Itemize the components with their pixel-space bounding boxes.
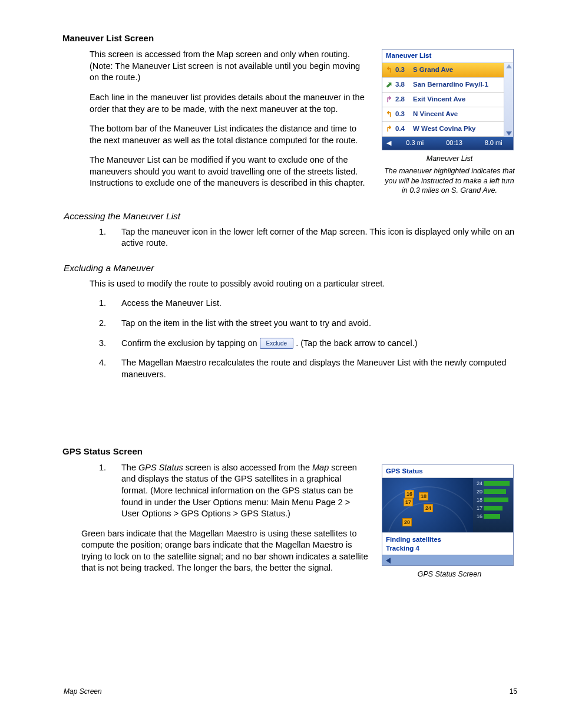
satellite-id: 20 xyxy=(474,488,484,495)
footer-page-number: 15 xyxy=(510,687,517,696)
satellite-marker: 18 xyxy=(419,492,428,500)
step-number: 3. xyxy=(99,338,121,350)
time-to-next: 00:13 xyxy=(435,139,474,147)
maneuver-bottom-bar: ◀ 0.3 mi 00:13 8.0 mi xyxy=(382,137,513,150)
maneuver-street: S Grand Ave xyxy=(413,65,504,75)
paragraph: The bottom bar of the Maneuver List indi… xyxy=(90,123,365,146)
signal-bar-row: 16 xyxy=(474,513,512,520)
paragraph: This screen is accessed from the Map scr… xyxy=(90,49,365,84)
maneuver-distance: 2.8 xyxy=(395,95,413,104)
step-number: 1. xyxy=(99,226,121,249)
turn-icon: ↱ xyxy=(382,94,395,105)
heading-maneuver-list-screen: Maneuver List Screen xyxy=(62,32,517,44)
maneuver-street: W West Covina Pky xyxy=(413,124,504,134)
maneuver-distance: 0.4 xyxy=(395,124,413,134)
gps-bottom-bar xyxy=(382,555,513,565)
satellite-id: 17 xyxy=(474,505,484,512)
heading-accessing-maneuver-list: Accessing the Maneuver List xyxy=(64,210,517,223)
back-icon[interactable] xyxy=(386,558,391,564)
signal-bar-row: 20 xyxy=(474,488,512,495)
step-text: Tap the maneuver icon in the lower left … xyxy=(121,226,517,249)
turn-icon: ↱ xyxy=(382,124,395,134)
back-icon[interactable]: ◀ xyxy=(382,139,395,147)
step-number: 2. xyxy=(99,318,121,330)
heading-excluding-maneuver: Excluding a Maneuver xyxy=(64,262,517,275)
maneuver-row[interactable]: ↱2.8Exit Vincent Ave xyxy=(382,93,504,107)
step-number: 4. xyxy=(99,357,121,380)
signal-bar xyxy=(484,489,506,494)
step-text: Access the Maneuver List. xyxy=(121,298,517,309)
step-text: Confirm the exclusion by tapping on Excl… xyxy=(121,338,517,350)
turn-icon: ↰ xyxy=(382,109,395,120)
maneuver-row[interactable]: ⬈3.8San Bernardino Fwy/I-1 xyxy=(382,78,504,93)
figure-caption: Maneuver List xyxy=(382,154,517,164)
satellite-marker: 16 xyxy=(405,490,414,498)
scrollbar[interactable] xyxy=(504,63,513,137)
total-distance: 8.0 mi xyxy=(474,139,513,147)
turn-icon: ⬈ xyxy=(382,80,395,90)
maneuver-row[interactable]: ↰0.3S Grand Ave xyxy=(382,63,504,78)
gps-status-figure: GPS Status 1617182420 2420181716 Finding… xyxy=(382,465,514,566)
maneuver-row[interactable]: ↱0.4W West Covina Pky xyxy=(382,122,504,137)
page-footer: Map Screen 15 xyxy=(64,687,517,696)
signal-bar xyxy=(484,514,500,519)
gps-signal-bars: 2420181716 xyxy=(473,478,513,532)
maneuver-list-title: Maneuver List xyxy=(382,50,513,63)
signal-bar-row: 17 xyxy=(474,505,512,512)
turn-icon: ↰ xyxy=(382,65,395,75)
signal-bar-row: 18 xyxy=(474,496,512,503)
scroll-up-icon[interactable] xyxy=(506,64,512,68)
next-distance: 0.3 mi xyxy=(395,139,435,147)
gps-globe: 1617182420 xyxy=(382,478,473,532)
step-text: Tap on the item in the list with the str… xyxy=(121,318,517,330)
signal-bar xyxy=(484,481,510,486)
satellite-id: 18 xyxy=(474,496,484,503)
step-text: The Magellan Maestro recalculates the ro… xyxy=(121,357,517,380)
satellite-marker: 20 xyxy=(402,518,412,526)
paragraph: The Maneuver List can be modified if you… xyxy=(90,154,365,189)
paragraph: This is used to modify the route to poss… xyxy=(90,278,517,290)
figure-note: The maneuver highlighted indicates that … xyxy=(382,166,517,196)
maneuver-street: San Bernardino Fwy/I-1 xyxy=(413,80,504,90)
maneuver-row[interactable]: ↰0.3N Vincent Ave xyxy=(382,107,504,122)
satellite-id: 16 xyxy=(474,513,484,520)
maneuver-distance: 0.3 xyxy=(395,65,413,75)
paragraph: Each line in the maneuver list provides … xyxy=(90,92,365,115)
scroll-down-icon[interactable] xyxy=(506,131,512,136)
satellite-id: 24 xyxy=(474,480,484,487)
step-number: 1. xyxy=(99,298,121,309)
footer-section-name: Map Screen xyxy=(64,687,102,696)
paragraph: Green bars indicate that the Magellan Ma… xyxy=(81,528,370,574)
gps-status-title: GPS Status xyxy=(382,465,513,479)
step-text: The GPS Status screen is also accessed f… xyxy=(121,462,370,520)
satellite-marker: 17 xyxy=(404,498,413,506)
signal-bar xyxy=(484,498,508,502)
satellite-marker: 24 xyxy=(424,504,433,512)
maneuver-distance: 0.3 xyxy=(395,110,413,119)
step-number: 1. xyxy=(99,462,121,520)
signal-bar xyxy=(484,506,503,510)
signal-bar-row: 24 xyxy=(474,480,512,487)
maneuver-street: Exit Vincent Ave xyxy=(413,95,504,104)
exclude-button[interactable]: Exclude xyxy=(260,338,294,350)
maneuver-list-figure: Maneuver List ↰0.3S Grand Ave⬈3.8San Ber… xyxy=(382,49,514,150)
maneuver-distance: 3.8 xyxy=(395,80,413,90)
gps-status-message: Finding satellites Tracking 4 xyxy=(382,532,513,555)
figure-caption: GPS Status Screen xyxy=(382,569,517,579)
maneuver-street: N Vincent Ave xyxy=(413,110,504,119)
heading-gps-status-screen: GPS Status Screen xyxy=(62,446,517,457)
